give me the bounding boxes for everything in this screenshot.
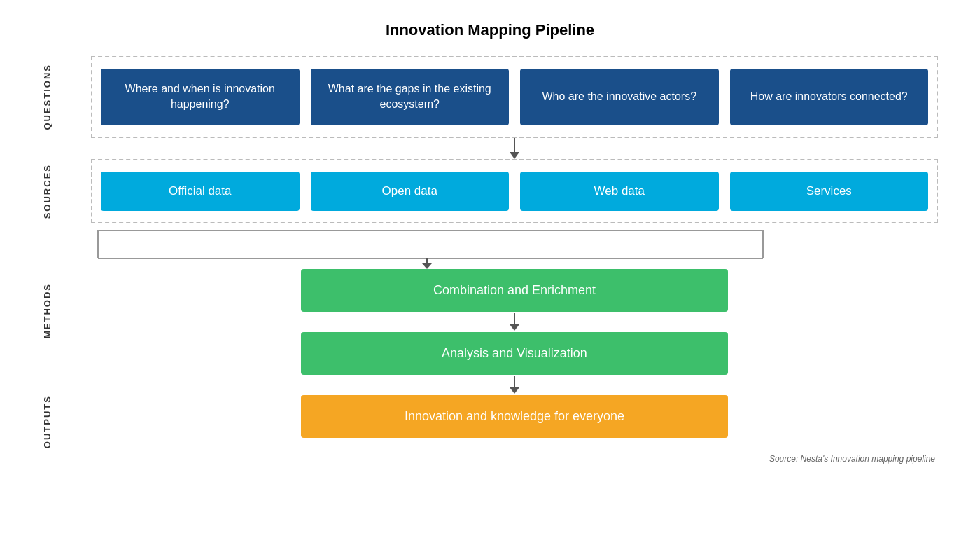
arrow-head-1 xyxy=(510,152,519,159)
methods-row: METHODS Combination and Enrichment Analy… xyxy=(42,269,938,375)
sources-row: SOURCES Official data Open data Web data… xyxy=(42,159,938,223)
questions-section: Where and when is innovation happening? … xyxy=(91,56,938,138)
outputs-label: OUTPUTS xyxy=(42,395,52,448)
connector-block xyxy=(91,223,938,269)
outputs-content: Innovation and knowledge for everyone xyxy=(91,395,938,438)
method-box-1: Combination and Enrichment xyxy=(301,269,728,312)
methods-label: METHODS xyxy=(42,283,52,338)
question-box-4: How are innovators connected? xyxy=(730,69,929,125)
method-box-2: Analysis and Visualization xyxy=(301,332,728,375)
arrow-m-to-o xyxy=(91,375,938,395)
methods-outputs-block: METHODS Combination and Enrichment Analy… xyxy=(42,269,938,448)
outputs-row: OUTPUTS Innovation and knowledge for eve… xyxy=(42,395,938,448)
diagram: Innovation Mapping Pipeline QUESTIONS Wh… xyxy=(42,21,938,464)
sources-label-col: SOURCES xyxy=(42,159,91,223)
source-box-1: Official data xyxy=(101,172,300,211)
source-caption: Source: Nesta's Innovation mapping pipel… xyxy=(42,454,938,464)
question-box-1: Where and when is innovation happening? xyxy=(101,69,300,125)
methods-label-col: METHODS xyxy=(42,269,91,338)
questions-row: QUESTIONS Where and when is innovation h… xyxy=(42,56,938,138)
svg-marker-6 xyxy=(422,263,432,269)
source-box-2: Open data xyxy=(311,172,510,211)
outputs-label-col: OUTPUTS xyxy=(42,395,91,448)
methods-content: Combination and Enrichment Analysis and … xyxy=(91,269,938,375)
connector-svg xyxy=(91,223,938,269)
arrow-q-to-s xyxy=(91,138,938,159)
page-title: Innovation Mapping Pipeline xyxy=(42,21,938,39)
arrow-line-1 xyxy=(514,138,515,152)
arrow-down-1 xyxy=(510,138,519,159)
questions-content: Where and when is innovation happening? … xyxy=(91,56,938,138)
arrow-to-output xyxy=(510,376,519,394)
output-box-1: Innovation and knowledge for everyone xyxy=(301,395,728,438)
source-box-3: Web data xyxy=(520,172,719,211)
sources-content: Official data Open data Web data Service… xyxy=(91,159,938,223)
sources-section: Official data Open data Web data Service… xyxy=(91,159,938,223)
questions-label-col: QUESTIONS xyxy=(42,56,91,138)
question-box-2: What are the gaps in the existing ecosys… xyxy=(311,69,510,125)
questions-label: QUESTIONS xyxy=(42,64,52,130)
arrow-m1-m2 xyxy=(510,313,519,331)
source-box-4: Services xyxy=(730,172,929,211)
sources-label: SOURCES xyxy=(42,164,52,219)
question-box-3: Who are the innovative actors? xyxy=(520,69,719,125)
